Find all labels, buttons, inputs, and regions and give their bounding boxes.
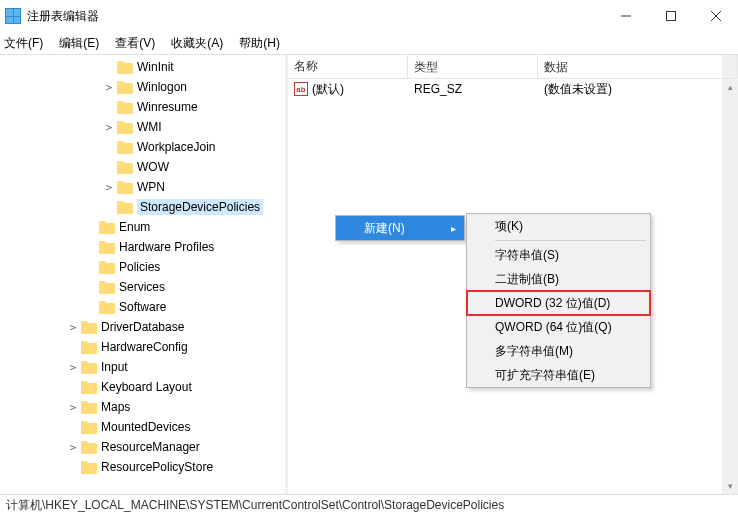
folder-icon xyxy=(117,161,133,174)
tree-item[interactable]: Services xyxy=(0,277,285,297)
status-bar: 计算机\HKEY_LOCAL_MACHINE\SYSTEM\CurrentCon… xyxy=(0,494,738,516)
tree-item-label: Keyboard Layout xyxy=(101,380,192,394)
context-item[interactable]: 项(K) xyxy=(467,214,650,238)
folder-icon xyxy=(81,321,97,334)
cell-data: (数值未设置) xyxy=(538,79,738,100)
folder-icon xyxy=(99,281,115,294)
tree-item[interactable]: >Maps xyxy=(0,397,285,417)
context-item[interactable]: QWORD (64 位)值(Q) xyxy=(467,315,650,339)
tree-item[interactable]: >WPN xyxy=(0,177,285,197)
folder-icon xyxy=(117,201,133,214)
scroll-down-icon[interactable]: ▾ xyxy=(722,478,738,494)
scroll-up-icon[interactable]: ▴ xyxy=(722,79,738,95)
minimize-button[interactable] xyxy=(603,0,648,32)
folder-icon xyxy=(99,301,115,314)
expand-icon[interactable]: > xyxy=(66,401,80,414)
tree-item-label: WMI xyxy=(137,120,162,134)
menu-edit[interactable]: 编辑(E) xyxy=(59,35,99,52)
folder-icon xyxy=(81,421,97,434)
expand-icon[interactable]: > xyxy=(102,81,116,94)
folder-icon xyxy=(99,241,115,254)
tree-item[interactable]: >Winlogon xyxy=(0,77,285,97)
col-header-data[interactable]: 数据 xyxy=(538,55,738,78)
chevron-right-icon: ▸ xyxy=(451,223,456,234)
context-item[interactable]: DWORD (32 位)值(D) xyxy=(467,291,650,315)
maximize-button[interactable] xyxy=(648,0,693,32)
expand-icon[interactable]: > xyxy=(66,361,80,374)
main-pane: WinInit>WinlogonWinresume>WMIWorkplaceJo… xyxy=(0,54,738,494)
tree-item[interactable]: MountedDevices xyxy=(0,417,285,437)
window-controls xyxy=(603,0,738,32)
folder-icon xyxy=(81,361,97,374)
menu-view[interactable]: 查看(V) xyxy=(115,35,155,52)
context-item[interactable]: 多字符串值(M) xyxy=(467,339,650,363)
folder-icon xyxy=(81,461,97,474)
tree-item-label: Software xyxy=(119,300,166,314)
tree-item-label: WorkplaceJoin xyxy=(137,140,215,154)
context-item[interactable]: 新建(N)▸ xyxy=(336,216,464,240)
tree-item[interactable]: WorkplaceJoin xyxy=(0,137,285,157)
tree-item[interactable]: Policies xyxy=(0,257,285,277)
tree-item[interactable]: >Input xyxy=(0,357,285,377)
tree-pane: WinInit>WinlogonWinresume>WMIWorkplaceJo… xyxy=(0,55,288,494)
tree-item-label: Winresume xyxy=(137,100,198,114)
list-scrollbar[interactable]: ▴ ▾ xyxy=(722,79,738,494)
folder-icon xyxy=(117,81,133,94)
tree-item[interactable]: WOW xyxy=(0,157,285,177)
menu-file[interactable]: 文件(F) xyxy=(4,35,43,52)
tree-item-label: Hardware Profiles xyxy=(119,240,214,254)
col-header-name[interactable]: 名称 xyxy=(288,55,408,78)
tree-item-label: StorageDevicePolicies xyxy=(137,199,263,215)
tree-item[interactable]: ResourcePolicyStore xyxy=(0,457,285,477)
folder-icon xyxy=(99,221,115,234)
tree-item-label: WPN xyxy=(137,180,165,194)
folder-icon xyxy=(99,261,115,274)
list-header: 名称 类型 数据 xyxy=(288,55,738,79)
tree-item-label: DriverDatabase xyxy=(101,320,184,334)
string-value-icon: ab xyxy=(294,82,308,96)
context-item[interactable]: 字符串值(S) xyxy=(467,243,650,267)
folder-icon xyxy=(81,341,97,354)
tree-item-label: Winlogon xyxy=(137,80,187,94)
cell-type: REG_SZ xyxy=(408,80,538,98)
tree-item[interactable]: StorageDevicePolicies xyxy=(0,197,285,217)
folder-icon xyxy=(81,401,97,414)
tree-item[interactable]: >DriverDatabase xyxy=(0,317,285,337)
tree-item[interactable]: >ResourceManager xyxy=(0,437,285,457)
folder-icon xyxy=(81,441,97,454)
menu-separator xyxy=(495,240,646,241)
context-menu: 新建(N)▸ xyxy=(335,215,465,241)
context-item[interactable]: 二进制值(B) xyxy=(467,267,650,291)
title-bar: 注册表编辑器 xyxy=(0,0,738,32)
menu-help[interactable]: 帮助(H) xyxy=(239,35,280,52)
expand-icon[interactable]: > xyxy=(102,121,116,134)
menu-favorites[interactable]: 收藏夹(A) xyxy=(171,35,223,52)
tree-item-label: HardwareConfig xyxy=(101,340,188,354)
tree-item-label: MountedDevices xyxy=(101,420,190,434)
tree-item[interactable]: Keyboard Layout xyxy=(0,377,285,397)
tree-item[interactable]: Software xyxy=(0,297,285,317)
close-button[interactable] xyxy=(693,0,738,32)
context-item[interactable]: 可扩充字符串值(E) xyxy=(467,363,650,387)
expand-icon[interactable]: > xyxy=(66,441,80,454)
tree-item-label: Enum xyxy=(119,220,150,234)
col-header-type[interactable]: 类型 xyxy=(408,55,538,78)
tree-item[interactable]: Enum xyxy=(0,217,285,237)
window-title: 注册表编辑器 xyxy=(27,8,99,25)
folder-icon xyxy=(117,141,133,154)
tree-item[interactable]: WinInit xyxy=(0,57,285,77)
tree-item-label: WOW xyxy=(137,160,169,174)
folder-icon xyxy=(117,101,133,114)
expand-icon[interactable]: > xyxy=(102,181,116,194)
tree-item[interactable]: Hardware Profiles xyxy=(0,237,285,257)
svg-rect-1 xyxy=(666,12,675,21)
tree-item[interactable]: HardwareConfig xyxy=(0,337,285,357)
tree-item-label: Maps xyxy=(101,400,130,414)
expand-icon[interactable]: > xyxy=(66,321,80,334)
list-row[interactable]: ab (默认) REG_SZ (数值未设置) xyxy=(288,79,738,99)
tree-item[interactable]: >WMI xyxy=(0,117,285,137)
context-submenu: 项(K)字符串值(S)二进制值(B)DWORD (32 位)值(D)QWORD … xyxy=(466,213,651,388)
tree-item-label: Services xyxy=(119,280,165,294)
tree-item[interactable]: Winresume xyxy=(0,97,285,117)
cell-name: ab (默认) xyxy=(288,79,408,100)
